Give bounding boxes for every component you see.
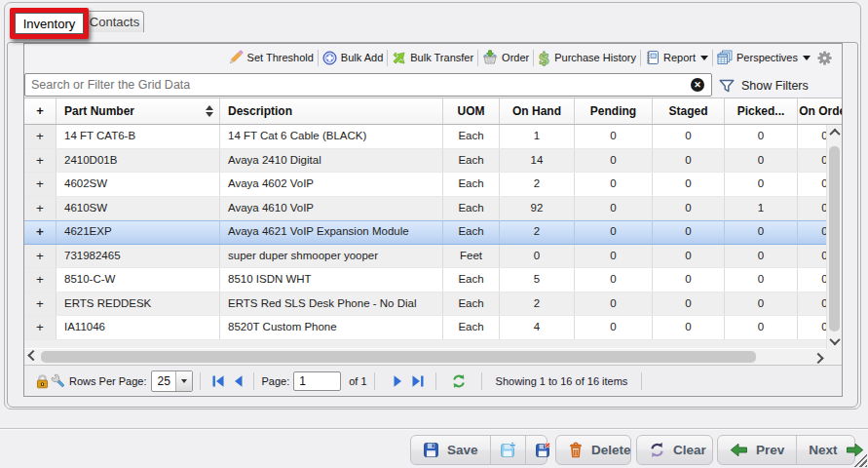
order-button[interactable]: Order	[482, 50, 529, 65]
next-page-button[interactable]	[393, 374, 404, 388]
column-header-uom[interactable]: UOM	[443, 98, 500, 124]
cell-part-number: 14 FT CAT6-B	[57, 125, 220, 148]
row-expander[interactable]: +	[24, 173, 57, 196]
bulk-add-button[interactable]: Bulk Add	[322, 51, 383, 65]
row-expander[interactable]: +	[24, 316, 57, 339]
trash-icon	[568, 442, 584, 458]
column-header-part-number[interactable]: Part Number	[57, 98, 220, 124]
purchase-history-button[interactable]: $ Purchase History	[538, 50, 636, 66]
bulk-transfer-button[interactable]: Bulk Transfer	[392, 51, 473, 65]
rows-per-page-select[interactable]: 25	[151, 370, 193, 392]
scroll-left-button[interactable]	[25, 349, 40, 365]
save-add-button[interactable]	[490, 436, 525, 464]
page-of-label: of 1	[349, 375, 366, 387]
cell-staged: 0	[653, 149, 725, 173]
table-row[interactable]: +4602SWAvaya 4602 VoIPEach20000	[24, 173, 826, 197]
wrench-icon[interactable]	[51, 373, 66, 389]
page: Inventory Contacts	[0, 0, 868, 468]
cell-description: 8520T Custom Phone	[220, 316, 443, 339]
table-row[interactable]: +14 FT CAT6-B14 FT Cat 6 Cable (BLACK)Ea…	[24, 125, 826, 149]
table-row[interactable]: +4610SWAvaya 4610 VoIPEach920010	[24, 197, 826, 221]
row-expander[interactable]: +	[24, 245, 57, 268]
delete-button[interactable]: Delete	[555, 435, 631, 465]
save-add-floppy-icon	[500, 442, 516, 458]
scroll-up-button[interactable]	[827, 125, 842, 140]
perspectives-button[interactable]: Perspectives	[717, 50, 811, 65]
report-button[interactable]: Report	[645, 50, 708, 65]
cell-uom: Each	[443, 221, 500, 244]
cell-picked: 0	[725, 125, 798, 148]
page-number-input[interactable]: 1	[293, 371, 341, 391]
horizontal-scrollbar[interactable]	[24, 349, 826, 365]
set-threshold-button[interactable]: Set Threshold	[228, 50, 314, 65]
save-button[interactable]: Save	[411, 436, 490, 464]
first-page-button[interactable]	[210, 374, 226, 388]
grid-settings-button[interactable]	[817, 51, 832, 65]
table-row[interactable]: +8510-C-W8510 ISDN WHTEach50000	[24, 268, 826, 292]
column-header-picked[interactable]: Picked...	[725, 98, 798, 124]
table-row[interactable]: +IA110468520T Custom PhoneEach40000	[24, 316, 826, 340]
row-expander[interactable]: +	[24, 221, 57, 244]
vertical-scroll-thumb[interactable]	[829, 146, 840, 332]
cell-part-number: 731982465	[57, 245, 220, 268]
page-label: Page:	[261, 375, 289, 387]
refresh-button[interactable]	[451, 373, 467, 389]
column-header-staged[interactable]: Staged	[653, 98, 725, 124]
cell-uom: Each	[443, 125, 500, 148]
cell-description: 8510 ISDN WHT	[220, 268, 443, 292]
cell-on-order: 0	[798, 149, 826, 173]
clear-button[interactable]: Clear	[636, 435, 713, 465]
column-header-on-order[interactable]: On Order	[798, 98, 842, 124]
column-header-on-hand[interactable]: On Hand	[500, 98, 575, 124]
chevron-down-icon	[181, 379, 187, 383]
cell-description: 14 FT Cat 6 Cable (BLACK)	[220, 125, 443, 148]
search-input[interactable]: Search or Filter the Grid Data ✕	[24, 73, 712, 97]
lock-icon[interactable]	[35, 373, 50, 389]
vertical-scrollbar[interactable]	[826, 125, 842, 349]
cell-staged: 0	[653, 316, 725, 339]
bulk-transfer-label: Bulk Transfer	[410, 52, 473, 63]
cell-uom: Each	[443, 197, 500, 220]
table-row[interactable]: +731982465super duper shmooper yooperFee…	[24, 245, 826, 269]
cell-picked: 1	[725, 197, 798, 220]
prev-next-button-group: Prev Next	[717, 435, 855, 465]
cell-on-hand: 2	[500, 221, 575, 244]
table-row[interactable]: +ERTS REDDESKERTS Red SLS Desk Phone - N…	[24, 292, 826, 317]
row-expander[interactable]: +	[24, 149, 57, 173]
cell-staged: 0	[653, 221, 725, 244]
row-expander[interactable]: +	[24, 268, 57, 292]
cell-part-number: 2410D01B	[57, 149, 220, 173]
row-expander[interactable]: +	[24, 197, 57, 220]
row-expander[interactable]: +	[24, 125, 57, 148]
scroll-right-button[interactable]	[811, 349, 825, 365]
chevron-right-icon	[812, 353, 823, 364]
annotation-red-box: Inventory	[10, 8, 89, 39]
show-filters-button[interactable]: Show Filters	[718, 73, 809, 98]
rows-per-page-value: 25	[152, 374, 175, 388]
column-header-description[interactable]: Description	[220, 98, 443, 124]
column-header-pending[interactable]: Pending	[575, 98, 653, 124]
grid-rows: +14 FT CAT6-B14 FT Cat 6 Cable (BLACK)Ea…	[24, 125, 826, 349]
row-expander[interactable]: +	[24, 292, 57, 316]
last-page-button[interactable]	[410, 374, 426, 388]
next-button[interactable]: Next	[796, 436, 868, 464]
column-header-[interactable]: +	[24, 98, 57, 124]
tab-contacts[interactable]: Contacts	[85, 11, 144, 32]
scroll-down-button[interactable]	[827, 333, 842, 349]
table-row[interactable]: +2410D01BAvaya 2410 DigitalEach140000	[24, 149, 826, 174]
prev-button[interactable]: Prev	[718, 436, 796, 464]
cell-pending: 0	[575, 221, 653, 244]
save-button-group: Save	[410, 435, 547, 465]
tab-inventory[interactable]: Inventory	[15, 13, 84, 34]
table-row[interactable]: +4621EXPAvaya 4621 VoIP Expansion Module…	[24, 220, 826, 245]
cell-part-number: 4602SW	[57, 173, 220, 196]
horizontal-scroll-thumb[interactable]	[41, 351, 756, 363]
clear-circle-icon[interactable]: ✕	[691, 78, 704, 92]
select-dropdown-button[interactable]	[175, 371, 192, 391]
cell-pending: 0	[575, 245, 653, 268]
order-label: Order	[502, 52, 529, 63]
cell-part-number: 4610SW	[57, 197, 220, 220]
prev-page-button[interactable]	[232, 374, 244, 388]
cell-uom: Each	[443, 292, 500, 316]
sort-arrows-icon[interactable]	[206, 105, 214, 117]
